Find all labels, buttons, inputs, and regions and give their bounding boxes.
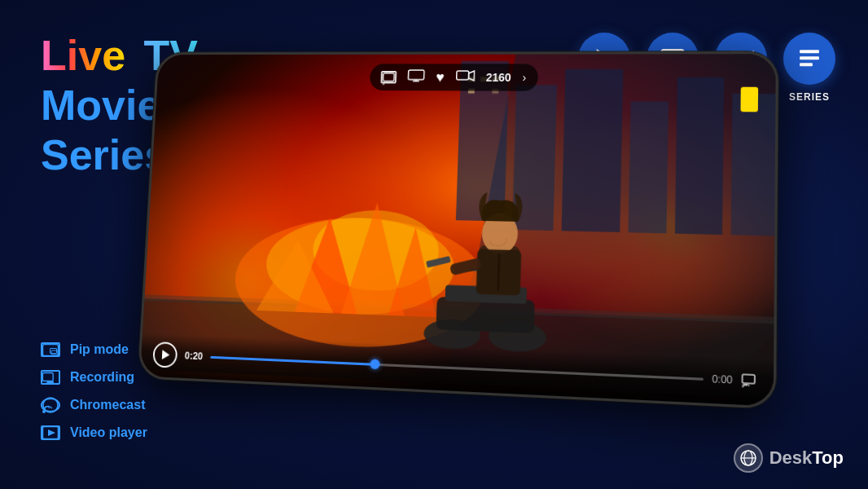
channel-count: 2160: [486, 71, 511, 84]
feature-pip: Pip mode: [41, 342, 147, 357]
watermark-text: DeskTop: [769, 447, 844, 469]
phone-toolbar: ♥ 2160 ›: [370, 64, 538, 90]
phone-mockup: ♥ 2160 › 0:20: [138, 51, 778, 409]
svg-marker-58: [48, 430, 55, 436]
chromecast-icon: [41, 398, 60, 412]
feature-recording: Recording: [41, 370, 147, 385]
series-icon-circle: [783, 33, 835, 85]
svg-rect-51: [51, 350, 58, 355]
svg-rect-52: [42, 373, 53, 381]
play-button[interactable]: [152, 341, 178, 368]
progress-thumb: [370, 359, 379, 369]
feature-videoplayer: Video player: [41, 425, 147, 440]
phone-frame: ♥ 2160 › 0:20: [138, 51, 778, 409]
svg-marker-48: [468, 71, 474, 81]
series-button[interactable]: SERIES: [783, 33, 835, 103]
svg-line-42: [498, 253, 499, 290]
recording-label: Recording: [70, 370, 134, 385]
svg-rect-13: [562, 69, 624, 232]
live-text: Live: [41, 32, 125, 79]
svg-point-55: [43, 398, 58, 412]
svg-rect-49: [743, 374, 755, 383]
svg-rect-10: [800, 63, 813, 66]
features-list: Pip mode Recording Chromecast: [41, 342, 147, 440]
series-label: SERIES: [789, 91, 830, 103]
svg-rect-47: [456, 71, 468, 80]
record-icon: [455, 68, 475, 86]
svg-rect-44: [408, 70, 424, 80]
time-end: 0:00: [712, 373, 733, 386]
progress-fill: [210, 355, 375, 365]
svg-rect-8: [800, 50, 819, 53]
cast-toolbar-icon: [380, 71, 397, 83]
phone-screen: ♥ 2160 › 0:20: [140, 54, 776, 406]
progress-bar[interactable]: [210, 355, 703, 380]
time-current: 0:20: [184, 350, 203, 363]
svg-point-56: [42, 410, 46, 413]
videoplayer-label: Video player: [70, 425, 147, 440]
screen-icon: [407, 69, 425, 85]
svg-rect-16: [731, 94, 776, 236]
svg-rect-15: [675, 77, 724, 235]
recording-icon: [41, 370, 60, 385]
watermark-top: Top: [812, 447, 844, 468]
chevron-icon: ›: [522, 71, 526, 84]
feature-chromecast: Chromecast: [41, 398, 147, 412]
list-icon: [796, 46, 822, 72]
svg-rect-14: [629, 101, 669, 233]
svg-rect-9: [800, 56, 819, 59]
pip-label: Pip mode: [70, 342, 129, 357]
corner-indicator: [740, 87, 758, 112]
heart-icon: ♥: [436, 69, 445, 86]
watermark-desk: Desk: [769, 447, 813, 468]
svg-rect-43: [383, 73, 394, 82]
chromecast-label: Chromecast: [70, 398, 145, 412]
pip-icon: [41, 342, 60, 357]
videoplayer-icon: [41, 425, 60, 440]
svg-rect-50: [43, 344, 59, 355]
watermark-icon: [734, 443, 763, 473]
watermark: DeskTop: [734, 443, 844, 473]
cast-icon: [741, 373, 759, 388]
